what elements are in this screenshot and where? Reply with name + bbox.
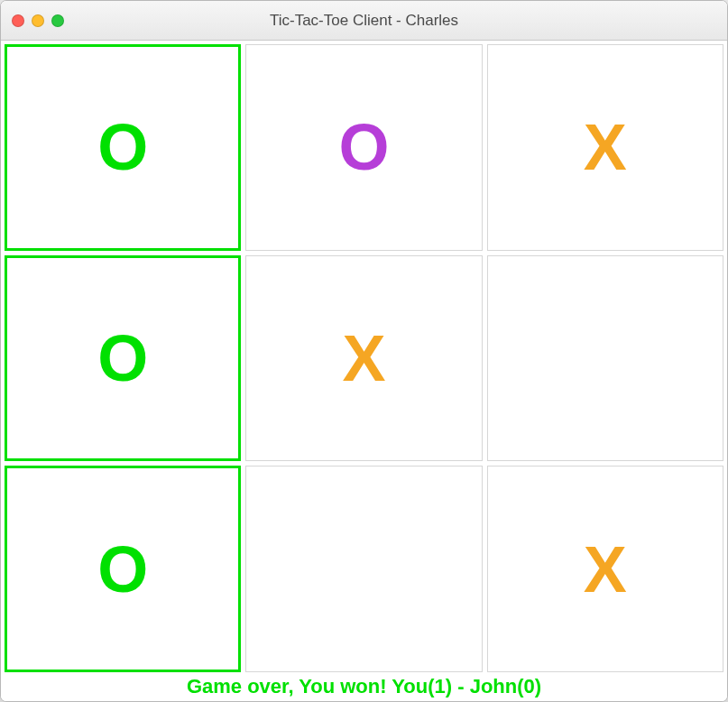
traffic-lights	[1, 14, 64, 27]
cell-1-2[interactable]	[487, 255, 723, 462]
minimize-icon[interactable]	[32, 14, 44, 27]
maximize-icon[interactable]	[51, 14, 64, 27]
game-area: O O X O X O X	[1, 41, 727, 701]
mark-x: X	[342, 321, 385, 395]
titlebar[interactable]: Tic-Tac-Toe Client - Charles	[1, 1, 727, 41]
cell-2-2[interactable]: X	[487, 466, 723, 672]
status-message: Game over, You won! You(1) - John(0)	[187, 675, 541, 698]
mark-o: O	[97, 321, 148, 395]
cell-0-2[interactable]: X	[487, 44, 723, 251]
cell-2-1[interactable]	[245, 466, 482, 672]
cell-1-0[interactable]: O	[5, 255, 241, 462]
cell-0-0[interactable]: O	[5, 44, 241, 251]
cell-0-1[interactable]: O	[245, 44, 482, 251]
mark-o: O	[97, 110, 148, 184]
mark-x: X	[584, 532, 627, 606]
mark-o: O	[338, 110, 389, 184]
mark-o: O	[97, 532, 148, 606]
window-title: Tic-Tac-Toe Client - Charles	[1, 12, 727, 30]
app-window: Tic-Tac-Toe Client - Charles O O X O X O	[0, 0, 728, 702]
status-bar: Game over, You won! You(1) - John(0)	[5, 672, 723, 699]
game-board: O O X O X O X	[5, 44, 723, 672]
mark-x: X	[584, 110, 627, 184]
close-icon[interactable]	[12, 14, 24, 27]
cell-1-1[interactable]: X	[245, 255, 482, 462]
cell-2-0[interactable]: O	[5, 466, 241, 672]
